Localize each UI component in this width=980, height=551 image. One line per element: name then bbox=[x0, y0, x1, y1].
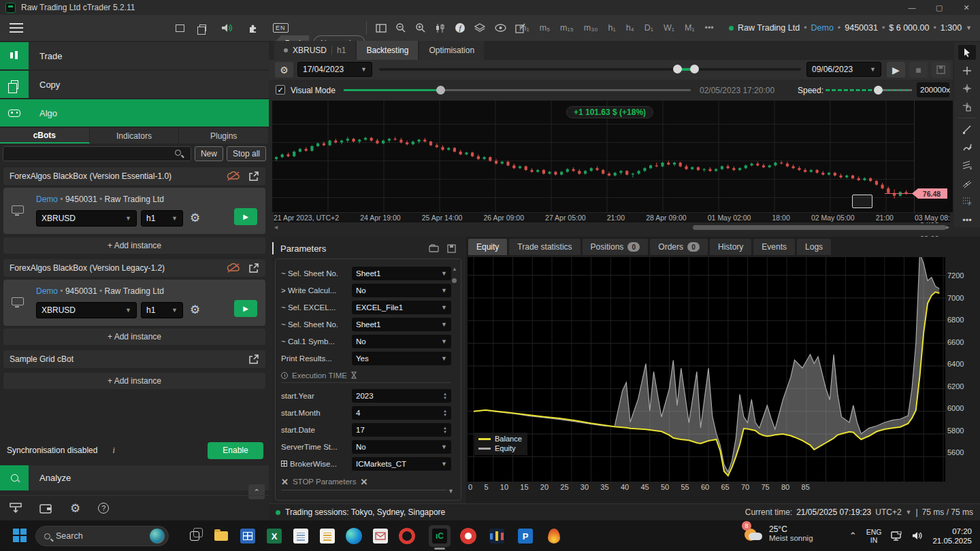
measure-tool[interactable] bbox=[958, 99, 976, 114]
timeframe-h1[interactable]: h₁ bbox=[606, 22, 617, 34]
minimize-button[interactable]: — bbox=[898, 0, 926, 15]
trendline-tool[interactable] bbox=[958, 122, 976, 137]
tray-overflow-icon[interactable]: ⌃ bbox=[849, 531, 857, 541]
cursor-tool[interactable] bbox=[958, 45, 976, 60]
taskbar-app-notepad-icon[interactable] bbox=[290, 525, 312, 547]
freehand-draw-tool[interactable] bbox=[958, 140, 976, 155]
volume-icon[interactable] bbox=[912, 531, 923, 540]
timezone-select[interactable]: UTC+2 bbox=[875, 507, 901, 517]
search-highlight-image[interactable] bbox=[150, 529, 165, 544]
instance-settings-icon[interactable]: ⚙ bbox=[190, 303, 200, 317]
start-button-icon[interactable] bbox=[12, 528, 27, 543]
params-scrollbar-thumb[interactable] bbox=[452, 278, 457, 283]
sidebar-item-algo[interactable]: Algo bbox=[0, 99, 269, 127]
tab-positions[interactable]: Positions0 bbox=[583, 239, 649, 255]
taskbar-app-red-circle-icon[interactable] bbox=[457, 525, 479, 547]
taskbar-app-stats-icon[interactable] bbox=[486, 525, 508, 547]
maximize-button[interactable]: ▢ bbox=[926, 0, 953, 15]
equity-chart[interactable] bbox=[468, 257, 945, 482]
add-instance-button[interactable]: + Add instance bbox=[3, 329, 265, 345]
timeframe-select[interactable]: h1▼ bbox=[141, 302, 183, 318]
symbol-select[interactable]: XBRUSD▼ bbox=[36, 210, 137, 227]
start-cbot-button[interactable]: ▶ bbox=[234, 300, 257, 317]
playback-handle[interactable] bbox=[436, 86, 445, 95]
tab-logs[interactable]: Logs bbox=[797, 239, 831, 255]
deposit-icon[interactable] bbox=[10, 503, 22, 514]
param-select[interactable]: ICMarkets_CT▼ bbox=[352, 457, 451, 471]
save-parameters-icon[interactable] bbox=[447, 244, 456, 253]
stop-backtest-button[interactable]: ■ bbox=[909, 62, 928, 78]
taskbar-clock[interactable]: 07:20 21.05.2025 bbox=[932, 527, 972, 546]
plugins-icon[interactable] bbox=[248, 23, 258, 33]
param-select[interactable]: Sheet1▼ bbox=[352, 318, 451, 331]
stop-all-button[interactable]: Stop all bbox=[227, 146, 266, 161]
sidebar-item-analyze[interactable]: Analyze bbox=[0, 465, 269, 490]
visibility-icon[interactable] bbox=[495, 24, 506, 32]
backtest-settings-button[interactable]: ⚙ bbox=[275, 62, 293, 78]
tab-indicators[interactable]: Indicators bbox=[90, 128, 180, 144]
end-date-select[interactable]: 09/06/2023▼ bbox=[806, 62, 881, 77]
help-icon[interactable]: ? bbox=[98, 503, 109, 514]
speed-slider[interactable] bbox=[825, 89, 912, 91]
taskbar-app-excel-icon[interactable]: X bbox=[263, 525, 285, 547]
param-stepper[interactable]: 4▲▼ bbox=[352, 406, 451, 420]
param-select[interactable]: Sheet1▼ bbox=[352, 267, 451, 280]
enable-sync-button[interactable]: Enable bbox=[208, 442, 263, 459]
cbot-search-input[interactable] bbox=[3, 146, 191, 161]
scroll-up-icon[interactable]: ▲ bbox=[452, 266, 457, 272]
timeframe-h4[interactable]: h₄ bbox=[624, 22, 636, 34]
language-icon[interactable]: EN bbox=[273, 23, 289, 33]
range-start-handle[interactable] bbox=[673, 65, 682, 73]
zoom-in-icon[interactable] bbox=[415, 22, 426, 33]
share-icon[interactable] bbox=[248, 354, 259, 364]
play-backtest-button[interactable]: ▶ bbox=[887, 62, 905, 78]
fibonacci-tool[interactable]: E bbox=[958, 158, 976, 173]
param-select[interactable]: No▼ bbox=[352, 335, 451, 348]
param-stepper[interactable]: 17▲▼ bbox=[352, 423, 451, 437]
cbot-header[interactable]: Sample Grid cBot bbox=[3, 350, 265, 368]
input-language-switcher[interactable]: ENG IN bbox=[866, 528, 882, 544]
taskbar-app-ctrader-icon[interactable]: ıC bbox=[429, 525, 451, 547]
sound-icon[interactable] bbox=[221, 23, 233, 33]
visual-mode-checkbox[interactable]: ✓ bbox=[276, 85, 285, 95]
date-range-slider[interactable] bbox=[379, 68, 801, 71]
playback-progress-slider[interactable] bbox=[344, 89, 691, 91]
timeframe-m15[interactable]: m₁₅ bbox=[558, 22, 576, 34]
timeframe-more-icon[interactable]: ••• bbox=[703, 22, 716, 34]
more-tools-icon[interactable]: ••• bbox=[958, 212, 976, 227]
crosshair-sync-tool[interactable] bbox=[958, 81, 976, 96]
tab-orders[interactable]: Orders0 bbox=[650, 239, 708, 255]
param-select[interactable]: EXCEL_File1▼ bbox=[352, 301, 451, 314]
settings-gear-icon[interactable]: ⚙ bbox=[70, 501, 80, 516]
tab-optimisation[interactable]: Optimisation bbox=[419, 41, 484, 60]
param-select[interactable]: No▼ bbox=[352, 440, 451, 454]
range-end-handle[interactable] bbox=[690, 65, 699, 73]
tab-trade-statistics[interactable]: Trade statistics bbox=[509, 239, 580, 255]
timeframe-m5[interactable]: m₅ bbox=[538, 22, 552, 34]
indicators-icon[interactable]: f bbox=[455, 22, 466, 33]
share-icon[interactable] bbox=[248, 263, 259, 273]
taskbar-weather-widget[interactable]: 8 25°C Meist sonnig bbox=[743, 523, 813, 544]
taskbar-app-office-grid-icon[interactable] bbox=[237, 525, 259, 547]
cbot-header[interactable]: ForexAlgos BlackBox (Version Essential-1… bbox=[3, 167, 265, 185]
report-button[interactable] bbox=[932, 62, 950, 78]
channel-tool[interactable] bbox=[958, 176, 976, 191]
timeframe-m1-month[interactable]: M₁ bbox=[683, 22, 697, 34]
taskbar-search-input[interactable]: Search bbox=[35, 526, 169, 546]
time-axis[interactable]: 21 Apr 2023, UTC+2 24 Apr 19:00 25 Apr 1… bbox=[274, 213, 950, 222]
taskbar-app-task-view-icon[interactable] bbox=[184, 525, 206, 547]
tab-equity[interactable]: Equity bbox=[468, 239, 507, 255]
start-cbot-button[interactable]: ▶ bbox=[234, 208, 257, 225]
taskbar-app-mail-icon[interactable] bbox=[370, 525, 391, 547]
load-parameters-icon[interactable] bbox=[429, 244, 439, 252]
menu-icon[interactable] bbox=[10, 23, 23, 33]
network-icon[interactable] bbox=[891, 531, 902, 541]
account-selector[interactable]: Raw Trading Ltd • Demo • 9450031 • $ 6 0… bbox=[729, 15, 972, 41]
taskbar-app-edge-icon[interactable] bbox=[343, 525, 365, 547]
share-icon[interactable] bbox=[248, 171, 259, 181]
chart-type-icon[interactable] bbox=[435, 23, 446, 33]
layout-icon[interactable] bbox=[376, 24, 387, 33]
cloud-disabled-icon[interactable] bbox=[227, 171, 240, 181]
expand-icon[interactable]: ▼ bbox=[448, 488, 454, 495]
symbol-select[interactable]: XBRUSD▼ bbox=[36, 302, 137, 318]
